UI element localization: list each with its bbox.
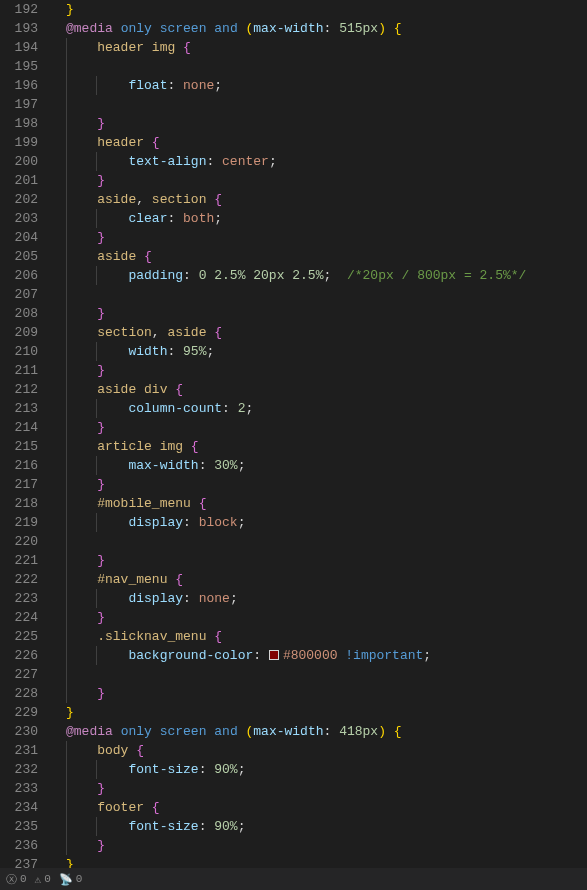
code-line[interactable]: } [52, 304, 587, 323]
code-line[interactable]: } [52, 703, 587, 722]
code-line[interactable]: article img { [52, 437, 587, 456]
line-number: 205 [6, 247, 38, 266]
line-number: 228 [6, 684, 38, 703]
indent-guide [66, 95, 67, 114]
code-line[interactable]: } [52, 684, 587, 703]
code-line[interactable]: clear: both; [52, 209, 587, 228]
indent-guide [66, 114, 67, 133]
code-line[interactable]: aside { [52, 247, 587, 266]
code-line[interactable] [52, 532, 587, 551]
indent-guide [96, 266, 97, 285]
token-punct: : [199, 762, 207, 777]
indent-guide [66, 285, 67, 304]
token-paren-p: { [214, 192, 222, 207]
token-sel: aside [97, 192, 136, 207]
code-line[interactable]: } [52, 608, 587, 627]
code-line[interactable]: .slicknav_menu { [52, 627, 587, 646]
code-line[interactable]: } [52, 171, 587, 190]
code-line[interactable]: @media only screen and (max-width: 515px… [52, 19, 587, 38]
token-punct: ; [238, 762, 246, 777]
line-number: 232 [6, 760, 38, 779]
code-line[interactable]: display: none; [52, 589, 587, 608]
code-line[interactable]: max-width: 30%; [52, 456, 587, 475]
code-line[interactable]: width: 95%; [52, 342, 587, 361]
code-line[interactable]: } [52, 114, 587, 133]
status-warnings[interactable]: ⚠ 0 [35, 873, 51, 886]
token-prop: display [128, 515, 183, 530]
token-paren-p: } [97, 306, 105, 321]
token-paren-p: { [136, 743, 144, 758]
code-line[interactable]: @media only screen and (max-width: 418px… [52, 722, 587, 741]
code-line[interactable] [52, 285, 587, 304]
token-paren-y: ) [378, 724, 386, 739]
code-line[interactable] [52, 57, 587, 76]
code-line[interactable]: header img { [52, 38, 587, 57]
token-keyword: screen [160, 21, 207, 36]
token-sel: section [152, 192, 207, 207]
token-paren-p: { [183, 40, 191, 55]
code-line[interactable]: #mobile_menu { [52, 494, 587, 513]
code-line[interactable]: } [52, 779, 587, 798]
token-punct: : [167, 211, 175, 226]
code-line[interactable]: } [52, 0, 587, 19]
code-line[interactable]: #nav_menu { [52, 570, 587, 589]
code-area[interactable]: }@media only screen and (max-width: 515p… [52, 0, 587, 865]
token-keyword: and [214, 724, 237, 739]
token-sel: .slicknav_menu [97, 629, 206, 644]
token-prop: max-width [253, 724, 323, 739]
code-line[interactable] [52, 95, 587, 114]
code-line[interactable]: display: block; [52, 513, 587, 532]
code-line[interactable]: } [52, 551, 587, 570]
code-line[interactable]: } [52, 475, 587, 494]
indent-guide [96, 342, 97, 361]
line-number: 210 [6, 342, 38, 361]
indent-guide [66, 418, 67, 437]
token-sel: aside [97, 249, 136, 264]
line-number: 192 [6, 0, 38, 19]
code-line[interactable]: text-align: center; [52, 152, 587, 171]
code-line[interactable]: float: none; [52, 76, 587, 95]
line-number: 218 [6, 494, 38, 513]
token-paren-p: } [97, 838, 105, 853]
code-line[interactable]: } [52, 418, 587, 437]
code-line[interactable]: aside div { [52, 380, 587, 399]
code-line[interactable]: } [52, 836, 587, 855]
token-punct: : [253, 648, 261, 663]
code-editor[interactable]: 1921931941951961971981992002012022032042… [0, 0, 587, 865]
code-line[interactable]: column-count: 2; [52, 399, 587, 418]
token-punct: : [324, 21, 332, 36]
indent-guide [66, 266, 67, 285]
token-paren-p: } [97, 686, 105, 701]
line-number: 233 [6, 779, 38, 798]
status-ports[interactable]: 📡 0 [59, 873, 83, 886]
code-line[interactable]: section, aside { [52, 323, 587, 342]
line-number: 200 [6, 152, 38, 171]
code-line[interactable]: footer { [52, 798, 587, 817]
token-paren-p: } [97, 553, 105, 568]
indent-guide [96, 76, 97, 95]
token-sel: header [97, 135, 144, 150]
indent-guide [66, 608, 67, 627]
code-line[interactable]: } [52, 361, 587, 380]
line-number: 230 [6, 722, 38, 741]
line-number: 208 [6, 304, 38, 323]
token-paren-p: } [97, 781, 105, 796]
line-number: 214 [6, 418, 38, 437]
status-errors[interactable]: ⓧ 0 [6, 872, 27, 887]
code-line[interactable]: font-size: 90%; [52, 817, 587, 836]
line-number: 226 [6, 646, 38, 665]
code-line[interactable]: body { [52, 741, 587, 760]
token-paren-p: { [214, 325, 222, 340]
token-punct: ; [238, 458, 246, 473]
code-line[interactable] [52, 665, 587, 684]
code-line[interactable]: padding: 0 2.5% 20px 2.5%; /*20px / 800p… [52, 266, 587, 285]
token-punct: ; [230, 591, 238, 606]
code-line[interactable]: background-color: #800000 !important; [52, 646, 587, 665]
code-line[interactable]: } [52, 228, 587, 247]
indent-guide [96, 817, 97, 836]
line-number: 231 [6, 741, 38, 760]
code-line[interactable]: aside, section { [52, 190, 587, 209]
token-punct: ; [238, 819, 246, 834]
code-line[interactable]: header { [52, 133, 587, 152]
code-line[interactable]: font-size: 90%; [52, 760, 587, 779]
